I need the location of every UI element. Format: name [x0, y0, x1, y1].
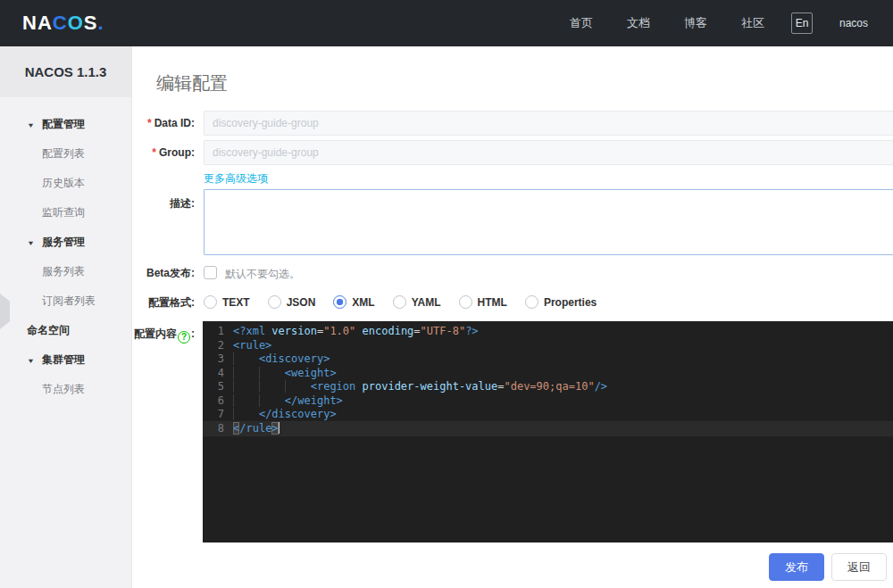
data-id-row: *Data ID: — [132, 111, 893, 136]
text-cursor — [279, 422, 280, 434]
radio-label: XML — [352, 296, 374, 309]
required-mark: * — [147, 117, 152, 129]
sidebar-item-历史版本[interactable]: 历史版本 — [0, 169, 131, 198]
chevron-down-icon: ▼ — [27, 348, 35, 373]
code-token — [355, 325, 362, 337]
code-line-4: 4 <weight> — [203, 367, 893, 381]
code-token: provider-weight-value — [363, 380, 498, 393]
sidebar-item-配置列表[interactable]: 配置列表 — [0, 139, 131, 169]
format-radio-json[interactable]: JSON — [268, 295, 316, 309]
code-token: > — [271, 422, 278, 435]
code-token: <region — [311, 380, 363, 393]
code-token: = — [413, 325, 420, 337]
top-nav-item-3[interactable]: 社区 — [741, 15, 764, 31]
sidebar-item-集群管理[interactable]: ▼集群管理 — [0, 345, 131, 375]
code-line-2: 2<rule> — [203, 339, 893, 353]
code-token: <discovery> — [259, 352, 330, 365]
top-nav: 首页文档博客社区 En nacos — [536, 12, 893, 34]
sidebar-item-监听查询[interactable]: 监听查询 — [0, 198, 131, 228]
format-radio-xml[interactable]: XML — [333, 295, 374, 309]
radio-label: TEXT — [222, 296, 250, 309]
publish-button[interactable]: 发布 — [769, 553, 824, 581]
sidebar-menu: ▼配置管理配置列表历史版本监听查询▼服务管理服务列表订阅者列表命名空间▼集群管理… — [0, 97, 131, 404]
sidebar-item-配置管理[interactable]: ▼配置管理 — [0, 110, 131, 139]
code-line-1: 1<?xml version="1.0" encoding="UTF-8"?> — [203, 325, 893, 339]
code-line-7: 7 </discovery> — [203, 408, 893, 422]
code-text: </discovery> — [233, 408, 337, 422]
chevron-down-icon: ▼ — [27, 230, 35, 255]
top-nav-item-2[interactable]: 博客 — [684, 15, 707, 31]
format-radio-properties[interactable]: Properties — [525, 295, 597, 309]
code-token: "1.0" — [323, 325, 355, 337]
description-row: 描述: — [132, 189, 893, 255]
line-number: 2 — [203, 339, 233, 353]
code-token: encoding — [363, 325, 414, 337]
radio-circle-icon — [459, 295, 472, 309]
help-icon[interactable]: ? — [178, 331, 190, 344]
code-token — [259, 394, 285, 407]
code-token: version — [271, 325, 317, 337]
data-id-input[interactable] — [204, 111, 893, 136]
sidebar-version: NACOS 1.1.3 — [0, 46, 131, 97]
sidebar-item-节点列表[interactable]: 节点列表 — [0, 375, 131, 404]
line-number: 4 — [203, 367, 233, 381]
radio-circle-icon — [333, 295, 346, 309]
sidebar-item-服务管理[interactable]: ▼服务管理 — [0, 228, 131, 257]
nacos-console: NACOS. 首页文档博客社区 En nacos NACOS 1.1.3 ▼配置… — [0, 0, 893, 588]
footer-actions: 发布 返回 — [769, 553, 887, 581]
code-token — [233, 380, 259, 393]
code-token: </weight> — [285, 394, 343, 407]
logo-letter: S — [84, 12, 98, 34]
line-number: 3 — [203, 352, 233, 367]
group-input[interactable] — [204, 140, 893, 165]
back-button[interactable]: 返回 — [831, 553, 887, 581]
format-radio-text[interactable]: TEXT — [204, 295, 250, 309]
radio-circle-icon — [393, 295, 406, 309]
sidebar-item-订阅者列表[interactable]: 订阅者列表 — [0, 286, 131, 316]
group-label: *Group: — [132, 140, 195, 165]
beta-row: Beta发布: 默认不要勾选。 — [132, 266, 893, 282]
beta-checkbox[interactable] — [204, 266, 217, 279]
chevron-down-icon: ▼ — [27, 112, 35, 137]
code-text: <discovery> — [233, 352, 330, 367]
sidebar-item-label: 配置管理 — [42, 118, 85, 130]
username[interactable]: nacos — [839, 17, 868, 29]
language-toggle-button[interactable]: En — [791, 12, 813, 34]
radio-label: Properties — [544, 296, 597, 309]
code-line-6: 6 </weight> — [203, 394, 893, 409]
radio-circle-icon — [525, 295, 538, 309]
top-nav-item-0[interactable]: 首页 — [570, 15, 593, 31]
nacos-logo[interactable]: NACOS. — [22, 12, 104, 35]
code-line-5: 5 <region provider-weight-value="dev=90;… — [203, 380, 893, 394]
beta-hint: 默认不要勾选。 — [225, 267, 300, 282]
code-token: <?xml — [233, 325, 271, 337]
top-nav-items: 首页文档博客社区 — [536, 15, 764, 31]
code-token — [233, 367, 259, 379]
more-advanced-options-link[interactable]: 更多高级选项 — [204, 171, 268, 186]
radio-label: YAML — [412, 296, 441, 309]
code-editor[interactable]: 1<?xml version="1.0" encoding="UTF-8"?>2… — [203, 321, 893, 542]
sidebar-item-label: 命名空间 — [27, 324, 70, 336]
format-radio-yaml[interactable]: YAML — [393, 295, 441, 309]
top-nav-item-1[interactable]: 文档 — [627, 15, 650, 31]
sidebar-item-命名空间[interactable]: 命名空间 — [0, 316, 131, 345]
code-token: ?> — [465, 325, 478, 337]
required-mark: * — [152, 146, 156, 159]
radio-label: JSON — [287, 296, 316, 309]
sidebar-item-label: 订阅者列表 — [42, 294, 96, 307]
code-token — [233, 394, 259, 407]
radio-circle-icon — [268, 295, 281, 309]
sidebar-item-服务列表[interactable]: 服务列表 — [0, 257, 131, 286]
description-textarea[interactable] — [204, 189, 893, 255]
format-radio-html[interactable]: HTML — [459, 295, 507, 309]
sidebar-item-label: 集群管理 — [42, 353, 85, 366]
code-line-3: 3 <discovery> — [203, 352, 893, 367]
format-row: 配置格式: TEXTJSONXMLYAMLHTMLProperties — [132, 295, 893, 310]
logo-letter: C — [53, 12, 68, 34]
group-row: *Group: — [132, 140, 893, 165]
top-bar: NACOS. 首页文档博客社区 En nacos — [0, 0, 893, 46]
radio-circle-icon — [204, 295, 217, 309]
code-token: <weight> — [285, 367, 337, 379]
code-text: <?xml version="1.0" encoding="UTF-8"?> — [233, 325, 479, 339]
line-number: 5 — [203, 380, 233, 394]
